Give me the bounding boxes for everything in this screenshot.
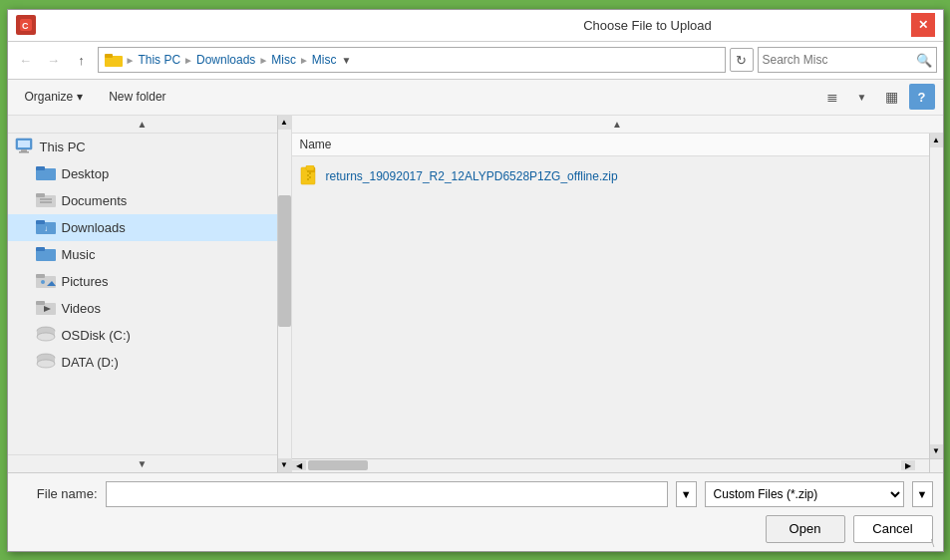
osdisk-icon [36,326,56,345]
path-this-pc[interactable]: This PC [138,53,180,67]
sidebar-item-datadisk[interactable]: DATA (D:) [8,349,277,376]
organize-button[interactable]: Organize ▾ [16,86,93,108]
sidebar-scroll-up-btn[interactable]: ▲ [278,116,291,130]
cancel-button[interactable]: Cancel [853,515,933,543]
action-row: Open Cancel [18,515,933,543]
files-vscroll-down[interactable]: ▼ [930,444,943,458]
sidebar-scroll-down-btn[interactable]: ▼ [278,458,291,472]
title-bar: C Choose File to Upload ✕ [8,10,943,42]
sidebar-item-desktop[interactable]: Desktop [8,160,277,187]
files-scroll-up[interactable]: ▲ [292,116,943,134]
file-item-zip[interactable]: returns_19092017_R2_12ALYPD6528P1ZG_offl… [292,160,929,193]
sidebar-item-downloads[interactable]: ↓ Downloads [8,214,277,241]
app-icon: C [16,15,36,35]
file-item-name: returns_19092017_R2_12ALYPD6528P1ZG_offl… [326,169,618,183]
sidebar-inner: ▲ This PC [8,116,277,472]
scroll-corner [929,458,943,472]
sidebar-item-this-pc[interactable]: This PC [8,134,277,160]
organize-arrow: ▾ [77,90,83,104]
sidebar-label-documents: Documents [62,193,128,208]
svg-rect-5 [18,140,30,147]
preview-pane-button[interactable]: ▦ [879,84,905,110]
svg-rect-20 [36,274,45,278]
search-input[interactable] [763,53,916,67]
sidebar-scroll-up[interactable]: ▲ [8,116,277,134]
file-type-dropdown[interactable]: Custom Files (*.zip) [705,481,904,507]
dialog-window: C Choose File to Upload ✕ ← → ↑ ► This P… [7,9,944,552]
view-list-button[interactable]: ≣ [819,84,845,110]
help-button[interactable]: ? [909,84,935,110]
back-button[interactable]: ← [14,48,38,72]
sidebar-scroll-down[interactable]: ▼ [8,454,277,472]
svg-rect-35 [307,170,309,172]
file-type-dropdown-btn[interactable]: ▼ [912,481,933,507]
music-folder-icon [36,245,56,264]
file-name-row: File name: ▼ Custom Files (*.zip) ▼ [18,481,933,507]
file-name-dropdown-btn[interactable]: ▼ [676,481,697,507]
sidebar-label-datadisk: DATA (D:) [62,355,119,370]
hscroll-thumb [308,460,368,470]
svg-point-28 [37,333,55,341]
path-dropdown-button[interactable]: ▼ [340,55,354,66]
sidebar-item-music[interactable]: Music [8,241,277,268]
new-folder-label: New folder [109,90,165,104]
svg-point-31 [37,360,55,368]
toolbar-right: ≣ ▼ ▦ ? [819,84,935,110]
files-list: returns_19092017_R2_12ALYPD6528P1ZG_offl… [292,156,929,458]
path-misc2[interactable]: Misc [312,53,337,67]
pictures-folder-icon [36,272,56,291]
sidebar-item-osdisk[interactable]: OSDisk (C:) [8,322,277,349]
svg-rect-36 [307,174,309,176]
svg-rect-37 [307,178,309,180]
new-folder-button[interactable]: New folder [100,86,174,108]
documents-folder-icon [36,191,56,210]
svg-rect-11 [36,193,45,197]
sidebar-label-this-pc: This PC [40,140,86,154]
zip-file-icon [300,165,320,188]
files-vscroll-up[interactable]: ▲ [930,134,943,147]
sidebar-item-videos[interactable]: Videos [8,295,277,322]
title-bar-left: C [16,15,36,35]
sidebar-label-videos: Videos [62,301,102,316]
svg-rect-7 [19,151,29,153]
files-main: Name [292,134,943,458]
sidebar-label-downloads: Downloads [62,220,126,235]
bottom-bar: File name: ▼ Custom Files (*.zip) ▼ Open… [8,472,943,551]
toolbar: Organize ▾ New folder ≣ ▼ ▦ ? [8,80,943,116]
organize-label: Organize [25,90,74,104]
col-header-name: Name [300,138,332,151]
refresh-button[interactable]: ↻ [730,48,754,72]
files-vscrollbar[interactable]: ▲ ▼ [929,134,943,458]
forward-button[interactable]: → [42,48,66,72]
up-button[interactable]: ↑ [70,48,94,72]
hscroll-right-btn[interactable]: ▶ [901,460,915,470]
dialog-title: Choose File to Upload [385,18,911,33]
videos-folder-icon [36,299,56,318]
path-misc1[interactable]: Misc [271,53,296,67]
main-content: ▲ This PC [8,116,943,472]
file-name-input[interactable] [106,481,668,507]
resize-handle[interactable]: ∖ [929,537,941,549]
sidebar-label-osdisk: OSDisk (C:) [62,328,131,343]
view-dropdown-button[interactable]: ▼ [849,84,875,110]
this-pc-icon [14,138,34,156]
sidebar-item-pictures[interactable]: Pictures [8,268,277,295]
path-downloads[interactable]: Downloads [196,53,255,67]
desktop-folder-icon [36,164,56,183]
sidebar-list: This PC Desktop Documents [8,134,277,376]
files-content: Name [292,134,929,458]
sidebar-scrollbar[interactable]: ▲ ▼ [277,116,291,472]
hscroll-left-btn[interactable]: ◀ [292,460,306,470]
files-hscrollbar[interactable]: ◀ ▶ [292,458,929,472]
close-button[interactable]: ✕ [911,13,935,37]
svg-rect-6 [21,149,27,151]
sidebar-label-desktop: Desktop [62,166,110,181]
svg-rect-24 [36,301,45,305]
column-headers: Name [292,134,929,156]
sidebar-item-documents[interactable]: Documents [8,187,277,214]
sidebar-panel: ▲ This PC [8,116,292,472]
svg-rect-3 [105,54,113,58]
open-button[interactable]: Open [766,515,845,543]
search-icon: 🔍 [916,53,932,68]
sidebar-scroll-track [278,130,291,458]
